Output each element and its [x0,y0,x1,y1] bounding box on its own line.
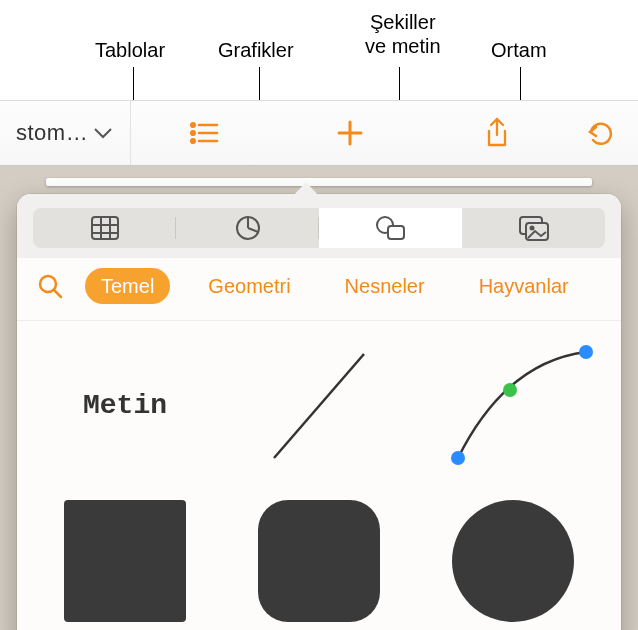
category-basic[interactable]: Temel [85,268,170,304]
toolbar-title-group[interactable]: stom… [8,101,131,165]
segment-media[interactable] [462,208,605,248]
segment-charts[interactable] [176,208,319,248]
category-animals[interactable]: Hayvanlar [463,268,585,304]
shape-category-row: Temel Geometri Nesneler Hayvanlar [17,258,621,321]
svg-rect-8 [92,217,118,239]
svg-point-18 [530,227,533,230]
callout-media: Ortam [491,38,547,62]
share-button[interactable] [457,117,537,149]
chevron-down-icon[interactable] [86,117,120,149]
svg-point-24 [579,345,593,359]
search-icon[interactable] [37,273,63,299]
shape-line[interactable] [235,333,403,477]
svg-point-22 [451,451,465,465]
square-icon [64,500,186,622]
callout-shapes-text: Şekiller ve metin [365,10,441,58]
insert-popover: Temel Geometri Nesneler Hayvanlar Metin [17,194,621,630]
svg-point-0 [191,123,195,127]
svg-line-20 [54,290,61,297]
main-toolbar: stom… [0,100,638,166]
category-objects[interactable]: Nesneler [329,268,441,304]
segment-shapes[interactable] [319,208,462,248]
circle-icon [452,500,574,622]
svg-line-21 [274,354,364,458]
svg-point-23 [503,383,517,397]
svg-rect-15 [388,226,404,239]
document-title: stom… [8,120,86,146]
svg-point-2 [191,131,195,135]
segment-tables[interactable] [33,208,176,248]
callout-labels: Tablolar Grafikler Şekiller ve metin Ort… [0,0,638,100]
undo-button[interactable] [570,101,630,165]
app-window: stom… [0,100,638,630]
outline-button[interactable] [164,121,244,145]
insert-type-segmented [17,194,621,258]
insert-button[interactable] [310,118,390,148]
callout-tables: Tablolar [95,38,165,62]
svg-point-4 [191,139,195,143]
category-geometry[interactable]: Geometri [192,268,306,304]
shape-rounded-square[interactable] [235,489,403,630]
document-canvas: Temel Geometri Nesneler Hayvanlar Metin [0,166,638,630]
shapes-grid: Metin [17,321,621,630]
text-shape-label: Metin [83,390,167,421]
callout-charts: Grafikler [218,38,294,62]
page-edge [46,178,592,186]
shape-curve-path[interactable] [429,333,597,477]
shape-square[interactable] [41,489,209,630]
shape-circle[interactable] [429,489,597,630]
rounded-square-icon [258,500,380,622]
shape-text[interactable]: Metin [41,333,209,477]
